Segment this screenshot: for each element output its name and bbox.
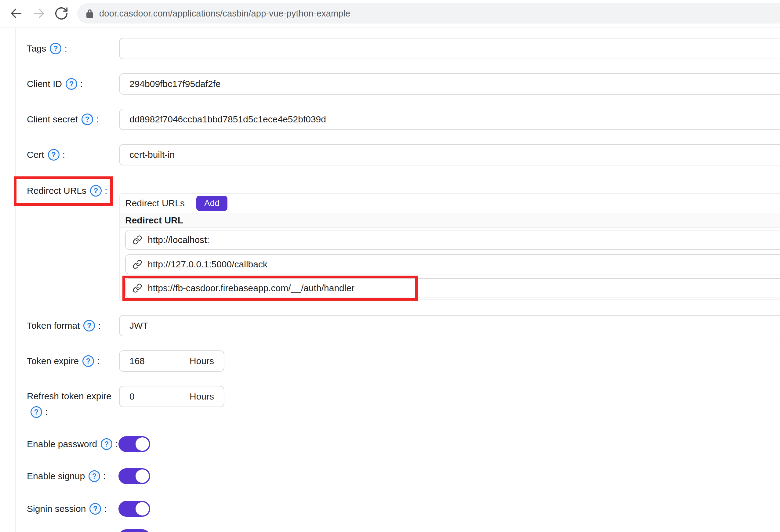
partial-toggle[interactable] (118, 529, 150, 532)
redirect-urls-table-title: Redirect URLs (125, 198, 185, 208)
redirect-urls-toolbar: Redirect URLs Add (120, 194, 780, 213)
help-icon[interactable]: ? (90, 503, 101, 515)
redirect-urls-label: Redirect URLs ? : (27, 180, 107, 201)
help-icon[interactable]: ? (66, 78, 77, 90)
enable-password-toggle[interactable] (118, 436, 150, 452)
reload-icon[interactable] (54, 6, 68, 20)
table-row: https://fb-casdoor.firebaseapp.com/__/au… (120, 276, 780, 300)
enable-signup-label: Enable signup ? : (27, 466, 106, 487)
tags-input[interactable] (119, 38, 780, 59)
signin-session-label: Signin session ? : (27, 498, 107, 520)
link-icon (133, 283, 142, 293)
help-icon[interactable]: ? (50, 43, 61, 54)
toggle-knob (136, 470, 149, 483)
enable-signup-toggle[interactable] (118, 468, 150, 484)
help-icon[interactable]: ? (83, 355, 94, 367)
tags-label: Tags ? : (27, 38, 67, 59)
redirect-url-column-header: Redirect URL (120, 213, 780, 228)
hours-suffix: Hours (190, 356, 214, 366)
toggle-knob (136, 502, 149, 516)
token-format-label: Token format ? : (27, 315, 101, 336)
refresh-token-expire-label: Refresh token expire ? : (27, 388, 125, 420)
hours-suffix: Hours (190, 391, 214, 402)
help-icon[interactable]: ? (83, 320, 95, 332)
table-row: http://127.0.0.1:5000/callback (120, 252, 780, 276)
client-secret-input[interactable]: dd8982f7046ccba1bbd7851d5c1ece4e52bf039d (119, 109, 780, 130)
redirect-url-input-2[interactable]: http://127.0.0.1:5000/callback (125, 254, 780, 275)
token-expire-label: Token expire ? : (27, 350, 100, 372)
help-icon[interactable]: ? (101, 438, 112, 450)
client-id-label: Client ID ? : (27, 73, 83, 95)
cert-label: Cert ? : (27, 144, 65, 165)
help-icon[interactable]: ? (90, 185, 102, 197)
address-bar[interactable]: door.casdoor.com/applications/casbin/app… (77, 3, 780, 23)
cert-select[interactable]: cert-built-in (119, 144, 780, 165)
token-expire-input[interactable]: 168 Hours (119, 350, 225, 372)
signin-session-toggle[interactable] (118, 501, 150, 517)
help-icon[interactable]: ? (82, 113, 93, 125)
link-icon (133, 259, 142, 269)
client-secret-label: Client secret ? : (27, 109, 99, 130)
link-icon (133, 235, 142, 245)
back-icon[interactable] (9, 6, 23, 20)
table-row: http://localhost: (120, 228, 780, 252)
url-text: door.casdoor.com/applications/casbin/app… (99, 8, 350, 18)
help-icon[interactable]: ? (48, 149, 59, 160)
redirect-urls-table: Redirect URLs Add Redirect URL http://lo… (119, 193, 780, 300)
add-redirect-url-button[interactable]: Add (196, 196, 228, 211)
card-left-border (15, 28, 16, 532)
help-icon[interactable]: ? (31, 406, 42, 418)
client-id-input[interactable]: 294b09fbc17f95daf2fe (119, 73, 780, 95)
forward-icon[interactable] (32, 6, 46, 20)
lock-icon (85, 8, 94, 18)
token-format-select[interactable]: JWT (119, 315, 780, 336)
enable-password-label: Enable password ? : (27, 433, 118, 455)
refresh-token-expire-input[interactable]: 0 Hours (119, 386, 225, 407)
browser-toolbar: door.casdoor.com/applications/casbin/app… (0, 0, 780, 28)
toggle-knob (136, 437, 149, 451)
redirect-url-input-3[interactable]: https://fb-casdoor.firebaseapp.com/__/au… (125, 278, 780, 298)
help-icon[interactable]: ? (89, 470, 100, 482)
redirect-url-input-1[interactable]: http://localhost: (125, 230, 780, 250)
